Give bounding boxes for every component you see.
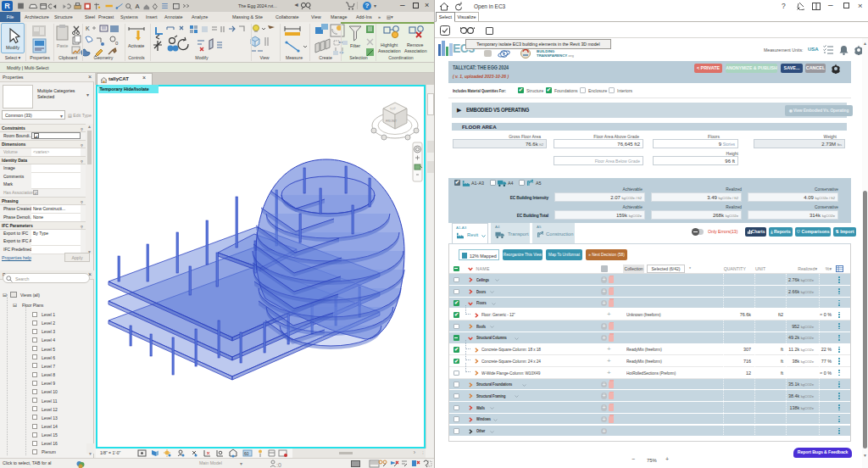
svg-text:FRONT: FRONT xyxy=(386,120,398,123)
svg-text:Association: Association xyxy=(378,48,401,53)
svg-text:Association: Association xyxy=(404,48,427,53)
svg-text:60: 60 xyxy=(244,451,249,456)
svg-text:Paste: Paste xyxy=(57,43,68,48)
svg-text:Highlight: Highlight xyxy=(381,42,398,47)
svg-text:Filter: Filter xyxy=(350,43,360,48)
svg-text:Activate: Activate xyxy=(128,43,144,48)
svg-text:Modify: Modify xyxy=(6,45,19,50)
svg-text:K: K xyxy=(86,25,90,31)
svg-text:Remove: Remove xyxy=(407,42,423,47)
svg-text:A: A xyxy=(136,3,140,10)
svg-text::0: :0 xyxy=(276,462,281,468)
svg-text:0: 0 xyxy=(115,41,119,46)
